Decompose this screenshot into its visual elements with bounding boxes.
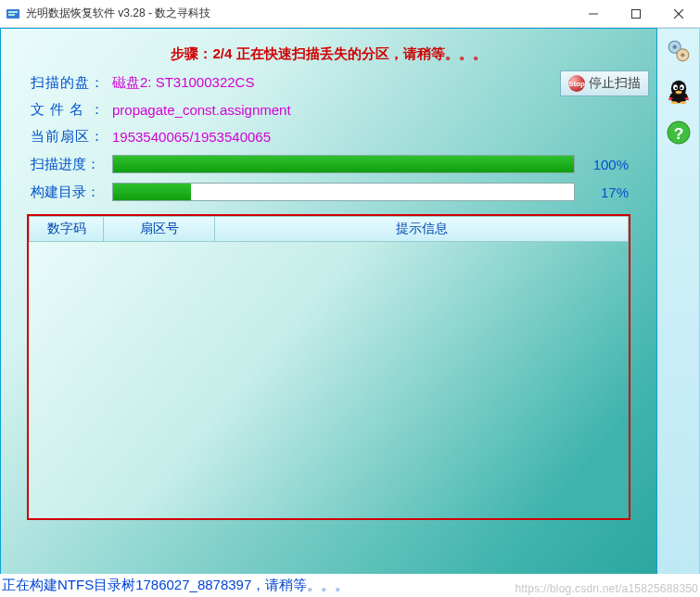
help-icon[interactable]: ? — [664, 118, 694, 147]
result-table-header: 数字码 扇区号 提示信息 — [29, 216, 629, 242]
scan-progress-percent: 100% — [582, 157, 629, 172]
col-header-sector[interactable]: 扇区号 — [104, 217, 215, 242]
build-progress-fill — [113, 184, 191, 200]
settings-icon[interactable] — [664, 36, 694, 66]
svg-point-17 — [675, 91, 681, 95]
client-area: 步骤：2/4 正在快速扫描丢失的分区，请稍等。。。 Stop 停止扫描 扫描的盘… — [0, 28, 700, 597]
svg-rect-4 — [632, 9, 641, 18]
scan-progress-bar — [112, 155, 575, 173]
result-table-body — [29, 242, 629, 518]
qq-icon[interactable] — [664, 77, 694, 107]
svg-point-18 — [670, 101, 677, 104]
svg-point-9 — [672, 45, 676, 49]
watermark: https://blog.csdn.net/a15825688350 — [515, 582, 698, 595]
current-sector-value: 1953540065/1953540065 — [112, 129, 271, 145]
svg-point-10 — [681, 53, 684, 57]
svg-point-15 — [674, 87, 676, 89]
build-progress-bar — [112, 183, 575, 201]
app-icon — [6, 6, 20, 21]
close-button[interactable] — [657, 0, 700, 28]
stop-scan-button[interactable]: Stop 停止扫描 — [560, 70, 649, 96]
step-message: 步骤：2/4 正在快速扫描丢失的分区，请稍等。。。 — [1, 29, 656, 74]
svg-point-16 — [680, 87, 681, 89]
current-sector-row: 当前扇区： 1953540065/1953540065 — [31, 128, 629, 146]
build-progress-percent: 17% — [582, 184, 629, 200]
scan-progress-row: 扫描进度： 100% — [31, 155, 629, 173]
scan-progress-label: 扫描进度： — [31, 156, 112, 173]
svg-rect-1 — [8, 11, 18, 13]
minimize-button[interactable] — [572, 0, 615, 28]
file-name-row: 文 件 名 ： propagate_const.assignment — [31, 101, 629, 119]
col-header-code[interactable]: 数字码 — [30, 217, 104, 242]
file-name-label: 文 件 名 ： — [31, 101, 112, 119]
svg-point-19 — [680, 101, 686, 104]
info-area: Stop 停止扫描 扫描的盘： 磁盘2: ST31000322CS 文 件 名 … — [1, 74, 656, 210]
svg-text:?: ? — [673, 124, 683, 143]
main-panel: 步骤：2/4 正在快速扫描丢失的分区，请稍等。。。 Stop 停止扫描 扫描的盘… — [0, 28, 657, 597]
titlebar: 光明数据恢复软件 v3.28 - 数之寻科技 — [0, 0, 700, 28]
current-sector-label: 当前扇区： — [31, 128, 112, 146]
build-progress-row: 构建目录： 17% — [31, 183, 629, 201]
scan-disk-value: 磁盘2: ST31000322CS — [112, 74, 254, 92]
stop-button-label: 停止扫描 — [589, 75, 641, 92]
stop-icon: Stop — [568, 75, 585, 92]
scan-disk-label: 扫描的盘： — [31, 74, 112, 92]
build-progress-label: 构建目录： — [31, 184, 112, 201]
window-title: 光明数据恢复软件 v3.28 - 数之寻科技 — [26, 6, 572, 21]
maximize-button[interactable] — [615, 0, 657, 28]
svg-rect-2 — [8, 14, 15, 16]
col-header-message[interactable]: 提示信息 — [215, 217, 629, 242]
result-table: 数字码 扇区号 提示信息 — [27, 214, 630, 520]
scan-progress-fill — [113, 156, 574, 172]
scan-disk-row: 扫描的盘： 磁盘2: ST31000322CS — [31, 74, 629, 92]
file-name-value: propagate_const.assignment — [112, 102, 291, 118]
sidebar: ? — [657, 28, 700, 597]
